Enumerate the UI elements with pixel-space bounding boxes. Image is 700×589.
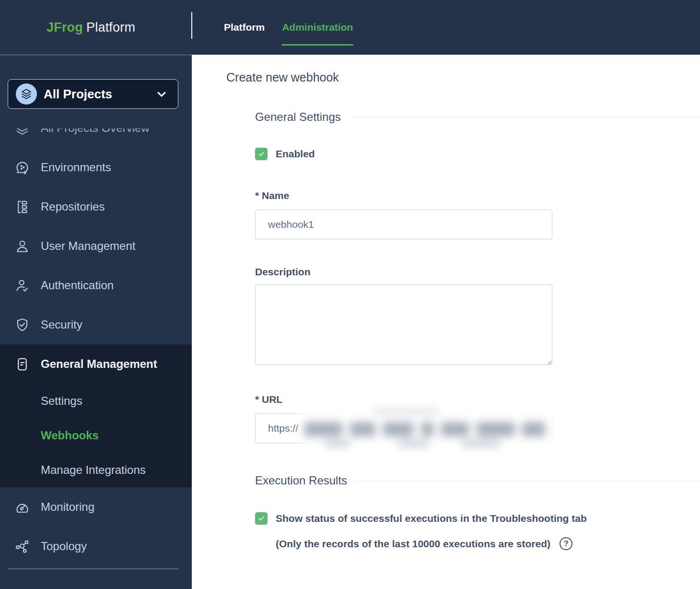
- check-icon: [257, 514, 266, 523]
- page-title: Create new webhook: [226, 71, 700, 84]
- description-label: Description: [255, 266, 700, 278]
- topology-icon: [14, 539, 30, 554]
- execution-results-section-header: Execution Results: [255, 474, 700, 487]
- document-icon: [14, 356, 30, 372]
- name-input[interactable]: [255, 210, 552, 239]
- sidebar-item-label: Repositories: [41, 200, 105, 213]
- logo-brand-text: JFrog: [47, 20, 83, 35]
- logo-suffix-text: Platform: [86, 20, 135, 35]
- sidebar-item-label: All Projects Overview: [41, 129, 150, 135]
- sidebar-item-monitoring[interactable]: Monitoring: [0, 487, 192, 527]
- layers-icon: [14, 129, 30, 136]
- sidebar-item-label: Security: [41, 318, 82, 331]
- main-content: Create new webhook General Settings Enab…: [192, 55, 700, 589]
- sidebar-item-label: General Management: [41, 357, 157, 371]
- tab-administration[interactable]: Administration: [281, 20, 353, 35]
- execution-note: (Only the records of the last 10000 exec…: [276, 538, 550, 550]
- success-status-checkbox-row: Show status of successful executions in …: [255, 512, 700, 525]
- sidebar-item-repositories[interactable]: Repositories: [0, 187, 192, 226]
- jfrog-logo: JFrogPlatform: [0, 20, 192, 35]
- user-icon: [14, 238, 30, 254]
- enabled-checkbox-row: Enabled: [255, 148, 700, 160]
- show-success-label: Show status of successful executions in …: [276, 513, 587, 524]
- header-divider: [191, 12, 192, 39]
- check-icon: [257, 149, 266, 159]
- shield-check-icon: [14, 317, 30, 333]
- description-textarea[interactable]: [255, 284, 552, 365]
- sidebar-item-settings[interactable]: Settings: [0, 384, 192, 418]
- user-check-icon: [14, 278, 30, 294]
- sidebar-bottom-divider: [8, 568, 178, 569]
- url-input[interactable]: [255, 413, 552, 443]
- section-divider: [350, 117, 700, 118]
- enabled-label: Enabled: [276, 148, 315, 160]
- project-selector[interactable]: All Projects: [8, 79, 178, 109]
- help-icon[interactable]: ?: [560, 537, 572, 550]
- sidebar-item-manage-integrations[interactable]: Manage Integrations: [0, 453, 192, 487]
- all-projects-icon: [16, 83, 37, 105]
- name-label: * Name: [255, 190, 700, 201]
- sidebar-item-general-management[interactable]: General Management: [0, 344, 192, 384]
- sidebar-item-topology[interactable]: Topology: [0, 527, 192, 566]
- gauge-icon: [14, 499, 30, 515]
- url-field-wrapper: [255, 413, 552, 443]
- sidebar-item-label: User Management: [41, 239, 135, 253]
- project-selector-label: All Projects: [44, 87, 155, 102]
- admin-sidebar: All Projects All Projects Overview: [0, 55, 192, 589]
- header-tabs: Platform Administration: [223, 20, 353, 35]
- sidebar-item-label: Authentication: [41, 279, 114, 292]
- sidebar-nav: All Projects Overview Environments: [0, 129, 192, 566]
- top-header: JFrogPlatform Platform Administration: [0, 0, 700, 55]
- general-settings-heading: General Settings: [255, 110, 341, 124]
- sidebar-item-webhooks[interactable]: Webhooks: [0, 418, 192, 453]
- sidebar-item-label: Monitoring: [41, 500, 94, 514]
- environments-cycle-icon: [14, 160, 30, 176]
- sidebar-section-general-management: General Management Settings Webhooks Man…: [0, 344, 192, 487]
- url-label: * URL: [255, 394, 700, 405]
- chevron-down-icon: [155, 87, 168, 101]
- execution-note-row: (Only the records of the last 10000 exec…: [276, 537, 700, 550]
- webhook-form: General Settings Enabled * Name Descript…: [255, 110, 700, 550]
- execution-results-heading: Execution Results: [255, 474, 347, 487]
- sidebar-item-authentication[interactable]: Authentication: [0, 266, 192, 305]
- repositories-icon: [14, 199, 30, 215]
- tab-platform[interactable]: Platform: [223, 20, 265, 35]
- section-divider: [356, 481, 700, 481]
- general-settings-section-header: General Settings: [255, 110, 700, 124]
- sidebar-item-label: Topology: [41, 540, 87, 553]
- sidebar-item-label: Environments: [41, 161, 111, 174]
- enabled-checkbox[interactable]: [255, 148, 268, 160]
- sidebar-item-user-management[interactable]: User Management: [0, 226, 192, 266]
- sidebar-item-security[interactable]: Security: [0, 305, 192, 344]
- sidebar-item-all-projects-overview[interactable]: All Projects Overview: [0, 129, 192, 148]
- show-success-checkbox[interactable]: [255, 512, 268, 525]
- sidebar-item-environments[interactable]: Environments: [0, 148, 192, 187]
